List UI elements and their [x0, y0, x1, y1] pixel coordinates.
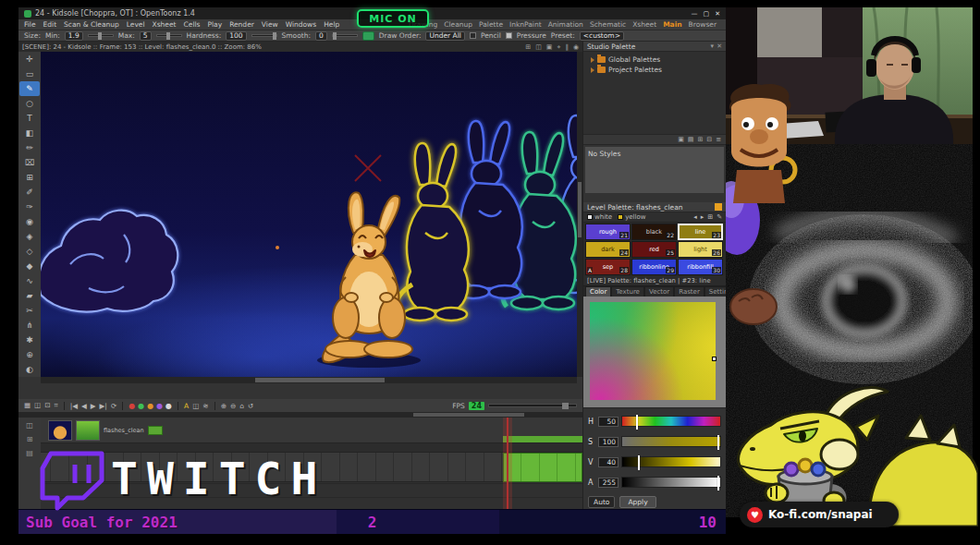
- channel-slider[interactable]: [621, 456, 721, 467]
- viewer-header-icon[interactable]: ▣: [546, 43, 553, 51]
- palette-page-icon[interactable]: ▸: [701, 213, 704, 221]
- style-swatch[interactable]: sep 28 A: [585, 259, 631, 275]
- channel-toggle[interactable]: ●: [165, 402, 172, 410]
- channel-value-input[interactable]: 50: [598, 417, 619, 427]
- menu-item[interactable]: File: [24, 20, 36, 29]
- style-swatch[interactable]: light 26: [678, 241, 723, 258]
- menu-item[interactable]: Windows: [286, 20, 316, 29]
- palette-page-icon[interactable]: ◂: [693, 213, 697, 221]
- brush-tool[interactable]: ✎: [19, 81, 40, 96]
- playback-view-icon[interactable]: ⌗: [54, 401, 57, 410]
- room-tab[interactable]: InknPaint: [509, 20, 542, 29]
- level-cells-green[interactable]: [503, 453, 582, 482]
- palette-toolbar-icon[interactable]: ⊟: [706, 136, 712, 143]
- timeline-strip-icon[interactable]: ▤: [26, 449, 33, 457]
- draw-order-select[interactable]: Under All: [425, 31, 464, 41]
- window-control-button[interactable]: ✕: [715, 8, 720, 19]
- zoom-tool[interactable]: ⊕: [19, 347, 40, 362]
- geometric-tool[interactable]: ○: [19, 96, 40, 111]
- style-picker-tool[interactable]: ✐: [19, 185, 40, 200]
- magnet-tool[interactable]: ◆: [19, 259, 40, 273]
- transport-button[interactable]: ▶: [91, 402, 96, 410]
- slider-marker[interactable]: [638, 455, 640, 470]
- bender-tool[interactable]: ∿: [19, 273, 40, 288]
- menu-item[interactable]: Cells: [184, 20, 201, 29]
- size-max-slider[interactable]: [156, 34, 182, 37]
- tape-tool[interactable]: ⊞: [19, 170, 40, 185]
- style-swatch[interactable]: line 23: [678, 224, 723, 240]
- menu-item[interactable]: Render: [229, 20, 254, 29]
- transport-button[interactable]: |◀: [70, 402, 78, 410]
- channel-toggle[interactable]: ●: [156, 402, 163, 410]
- window-control-button[interactable]: —: [692, 8, 698, 19]
- pump-tool[interactable]: ◇: [19, 244, 40, 259]
- channel-slider[interactable]: [621, 416, 721, 427]
- transport-button[interactable]: ▶|: [100, 402, 107, 410]
- fps-slider[interactable]: [488, 404, 577, 407]
- palette-page-tab[interactable]: yellow: [618, 213, 645, 221]
- viewer-zoom-icon[interactable]: ⊕: [221, 402, 227, 410]
- menu-item[interactable]: View: [262, 20, 278, 29]
- pinch-tool[interactable]: ◈: [19, 229, 40, 244]
- slider-marker[interactable]: [636, 415, 638, 430]
- iron-tool[interactable]: ▰: [19, 288, 40, 303]
- canvas-horizontal-scrollbar[interactable]: [41, 377, 577, 383]
- style-editor-tab[interactable]: Raster: [674, 286, 704, 297]
- skeleton-tool[interactable]: ⋔: [19, 318, 40, 333]
- palette-toolbar-icon[interactable]: ▣: [678, 136, 684, 143]
- playback-option-icon[interactable]: ◫: [192, 402, 199, 410]
- animate-tool[interactable]: ✛: [19, 52, 40, 67]
- control-point-tool[interactable]: ◉: [19, 214, 40, 229]
- fps-value[interactable]: 24: [469, 402, 484, 410]
- style-editor-tab[interactable]: Vector: [644, 286, 674, 297]
- style-swatch[interactable]: ribbonfill 30: [678, 259, 723, 275]
- size-min-slider[interactable]: [88, 34, 114, 37]
- palette-page-tab[interactable]: white: [587, 213, 612, 221]
- panel-close-icon[interactable]: ✕: [717, 42, 722, 50]
- channel-value-input[interactable]: 100: [598, 437, 619, 447]
- animation-canvas[interactable]: [41, 52, 577, 377]
- hue-square[interactable]: [590, 302, 716, 400]
- cutter-tool[interactable]: ✂: [19, 303, 40, 318]
- playback-option-icon[interactable]: ≋: [202, 402, 208, 410]
- channel-toggle[interactable]: ●: [138, 402, 144, 410]
- timeline-strip-icon[interactable]: ⊞: [27, 435, 33, 443]
- paintbrush-tool[interactable]: ✏: [19, 140, 40, 155]
- viewer-header-icon[interactable]: ⊞: [525, 43, 531, 51]
- pressure-checkbox[interactable]: [506, 32, 512, 39]
- palette-lock-icon[interactable]: [715, 203, 722, 211]
- palette-toolbar-icon[interactable]: ▤: [688, 136, 694, 143]
- playback-option-icon[interactable]: A: [184, 402, 189, 410]
- fill-tool[interactable]: ◧: [19, 126, 40, 140]
- window-control-button[interactable]: ▢: [704, 8, 710, 19]
- smooth-input[interactable]: 0: [315, 31, 327, 41]
- type-tool[interactable]: T: [19, 111, 40, 126]
- style-swatch[interactable]: rough 21: [585, 224, 631, 240]
- menu-item[interactable]: Play: [207, 20, 222, 29]
- rgb-picker-tool[interactable]: ✑: [19, 200, 40, 214]
- channel-slider[interactable]: [621, 436, 721, 447]
- menu-item[interactable]: Edit: [43, 20, 57, 29]
- viewer-zoom-icon[interactable]: ⊖: [230, 402, 236, 410]
- playback-view-icon[interactable]: ⊡: [44, 401, 50, 410]
- palette-toolbar-icon[interactable]: ⊞: [697, 136, 703, 143]
- level-thumbnail[interactable]: [48, 420, 72, 441]
- level-thumbnail-2[interactable]: [76, 420, 100, 441]
- transport-button[interactable]: ◀: [81, 402, 87, 410]
- channel-toggle[interactable]: ●: [129, 402, 135, 410]
- panel-menu-icon[interactable]: ▾: [711, 42, 715, 50]
- palette-page-icon[interactable]: ✎: [717, 213, 722, 221]
- color-picker-area[interactable]: [583, 297, 726, 408]
- channel-value-input[interactable]: 40: [598, 457, 619, 467]
- playback-view-icon[interactable]: ▦: [24, 401, 31, 410]
- slider-marker[interactable]: [717, 476, 719, 490]
- expand-arrow-icon[interactable]: [591, 57, 594, 63]
- room-tab[interactable]: Cleanup: [444, 20, 472, 29]
- eraser-tool[interactable]: ⌧: [19, 155, 40, 170]
- smooth-slider[interactable]: [332, 34, 358, 37]
- frame-ruler[interactable]: 5256606468727680848892961001041081121161…: [41, 443, 582, 453]
- size-max-input[interactable]: 5: [140, 31, 152, 41]
- hardness-slider[interactable]: [251, 34, 277, 37]
- timeline-strip-icon[interactable]: ◫: [26, 421, 33, 430]
- viewer-header-icon[interactable]: ◉: [573, 43, 579, 51]
